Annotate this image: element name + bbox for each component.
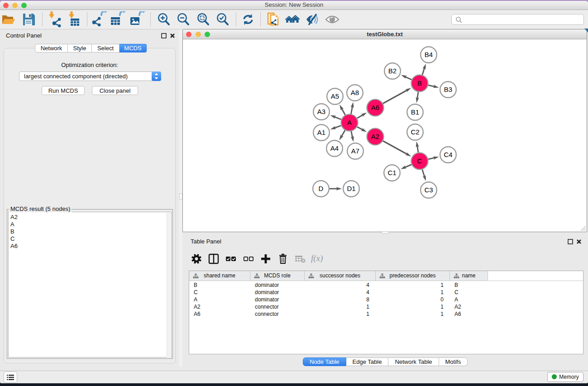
svg-text:A8: A8 bbox=[351, 89, 359, 96]
svg-text:B: B bbox=[417, 79, 422, 87]
svg-text:A4: A4 bbox=[330, 144, 339, 152]
svg-text:A3: A3 bbox=[317, 108, 325, 115]
svg-text:D: D bbox=[319, 185, 324, 192]
svg-text:C1: C1 bbox=[387, 169, 396, 176]
svg-text:D1: D1 bbox=[347, 185, 355, 192]
svg-text:A: A bbox=[347, 119, 352, 126]
svg-text:A6: A6 bbox=[371, 104, 379, 111]
svg-text:B3: B3 bbox=[444, 86, 452, 93]
svg-text:A2: A2 bbox=[371, 133, 379, 140]
svg-text:B1: B1 bbox=[411, 108, 419, 116]
svg-text:A5: A5 bbox=[331, 92, 339, 100]
svg-text:A7: A7 bbox=[351, 147, 359, 155]
svg-text:B2: B2 bbox=[388, 67, 397, 75]
svg-text:C4: C4 bbox=[444, 151, 452, 158]
svg-text:C2: C2 bbox=[411, 128, 419, 136]
svg-text:A1: A1 bbox=[317, 129, 325, 136]
svg-text:C: C bbox=[417, 157, 422, 165]
svg-text:C3: C3 bbox=[424, 186, 433, 194]
svg-text:B4: B4 bbox=[425, 51, 433, 58]
